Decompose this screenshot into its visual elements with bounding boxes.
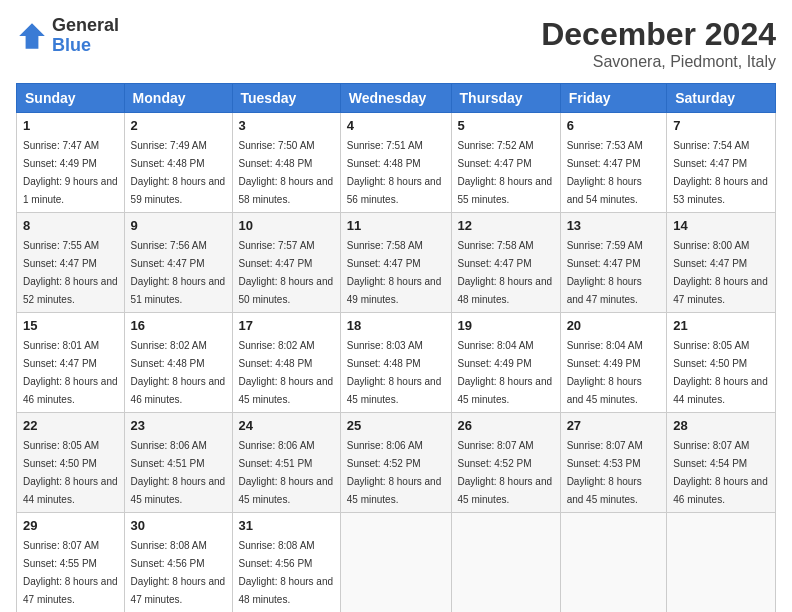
day-number: 18 (347, 318, 445, 333)
col-tuesday: Tuesday (232, 84, 340, 113)
day-number: 11 (347, 218, 445, 233)
table-row: 8 Sunrise: 7:55 AMSunset: 4:47 PMDayligh… (17, 213, 125, 313)
day-info: Sunrise: 7:58 AMSunset: 4:47 PMDaylight:… (347, 240, 442, 305)
svg-marker-0 (19, 23, 45, 49)
day-number: 22 (23, 418, 118, 433)
table-row: 24 Sunrise: 8:06 AMSunset: 4:51 PMDaylig… (232, 413, 340, 513)
day-info: Sunrise: 8:06 AMSunset: 4:52 PMDaylight:… (347, 440, 442, 505)
day-info: Sunrise: 8:07 AMSunset: 4:55 PMDaylight:… (23, 540, 118, 605)
table-row: 25 Sunrise: 8:06 AMSunset: 4:52 PMDaylig… (340, 413, 451, 513)
page-header: General Blue December 2024 Savonera, Pie… (16, 16, 776, 71)
title-section: December 2024 Savonera, Piedmont, Italy (541, 16, 776, 71)
day-info: Sunrise: 7:56 AMSunset: 4:47 PMDaylight:… (131, 240, 226, 305)
table-row: 19 Sunrise: 8:04 AMSunset: 4:49 PMDaylig… (451, 313, 560, 413)
location: Savonera, Piedmont, Italy (541, 53, 776, 71)
day-info: Sunrise: 8:03 AMSunset: 4:48 PMDaylight:… (347, 340, 442, 405)
day-info: Sunrise: 8:01 AMSunset: 4:47 PMDaylight:… (23, 340, 118, 405)
table-row: 29 Sunrise: 8:07 AMSunset: 4:55 PMDaylig… (17, 513, 125, 613)
day-info: Sunrise: 8:07 AMSunset: 4:54 PMDaylight:… (673, 440, 768, 505)
col-saturday: Saturday (667, 84, 776, 113)
day-number: 16 (131, 318, 226, 333)
table-row: 7 Sunrise: 7:54 AMSunset: 4:47 PMDayligh… (667, 113, 776, 213)
table-row: 31 Sunrise: 8:08 AMSunset: 4:56 PMDaylig… (232, 513, 340, 613)
day-info: Sunrise: 7:54 AMSunset: 4:47 PMDaylight:… (673, 140, 768, 205)
table-row: 22 Sunrise: 8:05 AMSunset: 4:50 PMDaylig… (17, 413, 125, 513)
table-row: 2 Sunrise: 7:49 AMSunset: 4:48 PMDayligh… (124, 113, 232, 213)
day-info: Sunrise: 7:52 AMSunset: 4:47 PMDaylight:… (458, 140, 553, 205)
calendar-week-4: 22 Sunrise: 8:05 AMSunset: 4:50 PMDaylig… (17, 413, 776, 513)
table-row: 6 Sunrise: 7:53 AMSunset: 4:47 PMDayligh… (560, 113, 667, 213)
day-info: Sunrise: 8:04 AMSunset: 4:49 PMDaylight:… (567, 340, 643, 405)
day-info: Sunrise: 8:00 AMSunset: 4:47 PMDaylight:… (673, 240, 768, 305)
table-row: 23 Sunrise: 8:06 AMSunset: 4:51 PMDaylig… (124, 413, 232, 513)
logo-general: General (52, 16, 119, 36)
day-number: 12 (458, 218, 554, 233)
table-row: 28 Sunrise: 8:07 AMSunset: 4:54 PMDaylig… (667, 413, 776, 513)
day-number: 21 (673, 318, 769, 333)
day-number: 8 (23, 218, 118, 233)
day-number: 9 (131, 218, 226, 233)
table-row (451, 513, 560, 613)
table-row: 17 Sunrise: 8:02 AMSunset: 4:48 PMDaylig… (232, 313, 340, 413)
day-number: 6 (567, 118, 661, 133)
table-row: 10 Sunrise: 7:57 AMSunset: 4:47 PMDaylig… (232, 213, 340, 313)
logo-icon (16, 20, 48, 52)
table-row: 4 Sunrise: 7:51 AMSunset: 4:48 PMDayligh… (340, 113, 451, 213)
table-row: 13 Sunrise: 7:59 AMSunset: 4:47 PMDaylig… (560, 213, 667, 313)
day-number: 2 (131, 118, 226, 133)
col-wednesday: Wednesday (340, 84, 451, 113)
table-row: 30 Sunrise: 8:08 AMSunset: 4:56 PMDaylig… (124, 513, 232, 613)
day-number: 20 (567, 318, 661, 333)
table-row: 3 Sunrise: 7:50 AMSunset: 4:48 PMDayligh… (232, 113, 340, 213)
table-row: 27 Sunrise: 8:07 AMSunset: 4:53 PMDaylig… (560, 413, 667, 513)
day-number: 28 (673, 418, 769, 433)
day-number: 13 (567, 218, 661, 233)
calendar-week-2: 8 Sunrise: 7:55 AMSunset: 4:47 PMDayligh… (17, 213, 776, 313)
day-number: 5 (458, 118, 554, 133)
table-row (340, 513, 451, 613)
day-info: Sunrise: 7:47 AMSunset: 4:49 PMDaylight:… (23, 140, 118, 205)
col-sunday: Sunday (17, 84, 125, 113)
table-row: 5 Sunrise: 7:52 AMSunset: 4:47 PMDayligh… (451, 113, 560, 213)
day-info: Sunrise: 8:06 AMSunset: 4:51 PMDaylight:… (131, 440, 226, 505)
day-info: Sunrise: 8:07 AMSunset: 4:52 PMDaylight:… (458, 440, 553, 505)
day-info: Sunrise: 7:59 AMSunset: 4:47 PMDaylight:… (567, 240, 643, 305)
day-info: Sunrise: 7:53 AMSunset: 4:47 PMDaylight:… (567, 140, 643, 205)
day-info: Sunrise: 7:49 AMSunset: 4:48 PMDaylight:… (131, 140, 226, 205)
day-number: 26 (458, 418, 554, 433)
day-info: Sunrise: 8:02 AMSunset: 4:48 PMDaylight:… (131, 340, 226, 405)
table-row (560, 513, 667, 613)
table-row: 15 Sunrise: 8:01 AMSunset: 4:47 PMDaylig… (17, 313, 125, 413)
day-number: 10 (239, 218, 334, 233)
table-row: 12 Sunrise: 7:58 AMSunset: 4:47 PMDaylig… (451, 213, 560, 313)
table-row: 26 Sunrise: 8:07 AMSunset: 4:52 PMDaylig… (451, 413, 560, 513)
day-number: 29 (23, 518, 118, 533)
col-monday: Monday (124, 84, 232, 113)
day-number: 23 (131, 418, 226, 433)
table-row: 16 Sunrise: 8:02 AMSunset: 4:48 PMDaylig… (124, 313, 232, 413)
day-number: 3 (239, 118, 334, 133)
logo-text: General Blue (52, 16, 119, 56)
table-row (667, 513, 776, 613)
day-info: Sunrise: 8:06 AMSunset: 4:51 PMDaylight:… (239, 440, 334, 505)
day-info: Sunrise: 7:57 AMSunset: 4:47 PMDaylight:… (239, 240, 334, 305)
day-number: 27 (567, 418, 661, 433)
day-info: Sunrise: 7:51 AMSunset: 4:48 PMDaylight:… (347, 140, 442, 205)
col-thursday: Thursday (451, 84, 560, 113)
day-info: Sunrise: 7:50 AMSunset: 4:48 PMDaylight:… (239, 140, 334, 205)
day-number: 24 (239, 418, 334, 433)
table-row: 18 Sunrise: 8:03 AMSunset: 4:48 PMDaylig… (340, 313, 451, 413)
day-number: 4 (347, 118, 445, 133)
calendar-week-3: 15 Sunrise: 8:01 AMSunset: 4:47 PMDaylig… (17, 313, 776, 413)
day-number: 30 (131, 518, 226, 533)
month-title: December 2024 (541, 16, 776, 53)
table-row: 11 Sunrise: 7:58 AMSunset: 4:47 PMDaylig… (340, 213, 451, 313)
calendar-week-5: 29 Sunrise: 8:07 AMSunset: 4:55 PMDaylig… (17, 513, 776, 613)
logo: General Blue (16, 16, 119, 56)
day-info: Sunrise: 8:08 AMSunset: 4:56 PMDaylight:… (131, 540, 226, 605)
table-row: 21 Sunrise: 8:05 AMSunset: 4:50 PMDaylig… (667, 313, 776, 413)
day-number: 7 (673, 118, 769, 133)
day-info: Sunrise: 8:05 AMSunset: 4:50 PMDaylight:… (673, 340, 768, 405)
day-number: 15 (23, 318, 118, 333)
day-info: Sunrise: 8:05 AMSunset: 4:50 PMDaylight:… (23, 440, 118, 505)
